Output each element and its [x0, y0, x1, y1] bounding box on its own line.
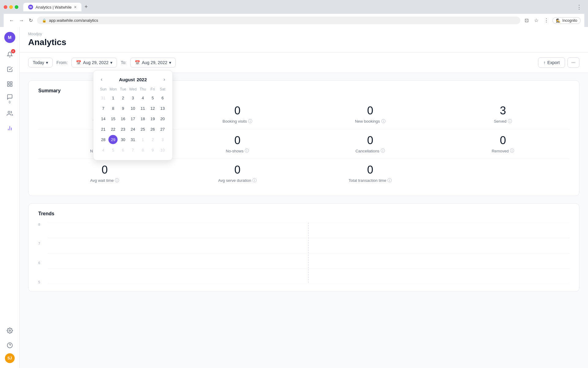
date-preset-label: Today [33, 60, 44, 65]
cal-day-4[interactable]: 4 [138, 93, 147, 102]
cal-day-8-next[interactable]: 8 [138, 145, 147, 155]
svg-rect-1 [10, 82, 12, 84]
sidebar-item-apps[interactable] [3, 77, 17, 91]
cal-day-20[interactable]: 20 [158, 114, 167, 123]
cal-day-29-selected[interactable]: 29 [108, 135, 118, 144]
cal-day-5-next[interactable]: 5 [108, 145, 118, 155]
summary-empty [437, 159, 570, 188]
cal-day-28[interactable]: 28 [99, 135, 108, 144]
cal-day-1[interactable]: 1 [108, 93, 118, 102]
browser-navigation: ← → ↻ [7, 16, 35, 25]
tab-close-button[interactable]: × [74, 5, 77, 10]
sidebar-item-queue[interactable] [3, 63, 17, 76]
svg-rect-2 [10, 85, 12, 86]
bar-chart-icon [7, 125, 13, 131]
more-options-button[interactable]: ··· [567, 57, 579, 68]
cancellations-help[interactable]: ⓘ [381, 148, 385, 154]
user-avatar[interactable]: SJ [5, 353, 15, 363]
browser-chrome: W Analytics | Waitwhile × + ⋮ ← → ↻ 🔒 ap… [0, 0, 588, 27]
org-avatar[interactable]: M [4, 32, 15, 43]
browser-titlebar: W Analytics | Waitwhile × + ⋮ [4, 2, 584, 11]
svg-point-4 [8, 111, 10, 113]
summary-no-shows: 0 No-shows ⓘ [171, 129, 304, 159]
booking-visits-value: 0 [174, 105, 302, 117]
cal-day-24[interactable]: 24 [128, 125, 138, 134]
active-tab[interactable]: W Analytics | Waitwhile × [23, 3, 81, 11]
cal-day-2-next[interactable]: 2 [148, 135, 157, 144]
cal-day-14[interactable]: 14 [99, 114, 108, 123]
sidebar-item-messages[interactable]: 0 [3, 92, 17, 105]
address-bar[interactable]: 🔒 app.waitwhile.com/analytics [37, 17, 520, 24]
avg-serve-duration-help[interactable]: ⓘ [252, 178, 257, 183]
trends-title: Trends [38, 211, 569, 217]
new-bookings-help[interactable]: ⓘ [381, 119, 386, 124]
cal-day-22[interactable]: 22 [108, 125, 118, 134]
extensions-button[interactable]: ⊡ [523, 16, 530, 25]
cal-day-11[interactable]: 11 [138, 104, 147, 113]
message-icon [7, 94, 13, 100]
cal-day-6[interactable]: 6 [158, 93, 167, 102]
cal-day-3-next[interactable]: 3 [158, 135, 167, 144]
cal-day-1-next[interactable]: 1 [138, 135, 147, 144]
refresh-button[interactable]: ↻ [27, 16, 35, 25]
cal-day-2[interactable]: 2 [119, 93, 128, 102]
cal-day-12[interactable]: 12 [148, 104, 157, 113]
sidebar-bottom: SJ [3, 324, 17, 363]
cal-day-23[interactable]: 23 [119, 125, 128, 134]
browser-menu-button[interactable]: ⋮ [576, 4, 582, 10]
sidebar-item-analytics[interactable] [3, 121, 17, 135]
back-button[interactable]: ← [7, 17, 16, 25]
cal-day-17[interactable]: 17 [128, 114, 138, 123]
cal-day-3[interactable]: 3 [128, 93, 138, 102]
cal-day-31-prev[interactable]: 31 [99, 93, 108, 102]
sidebar-item-notifications[interactable]: 4 [3, 48, 17, 61]
cal-day-31[interactable]: 31 [128, 135, 138, 144]
sidebar-item-settings[interactable] [3, 324, 17, 337]
total-transaction-help[interactable]: ⓘ [387, 178, 392, 183]
minimize-window-button[interactable] [9, 5, 13, 9]
avg-wait-time-help[interactable]: ⓘ [115, 178, 119, 183]
cal-day-19[interactable]: 19 [148, 114, 157, 123]
summary-cancellations: 0 Cancellations ⓘ [304, 129, 437, 159]
maximize-window-button[interactable] [15, 5, 18, 9]
calendar-prev-button[interactable]: ‹ [98, 75, 105, 83]
from-date-button[interactable]: 📅 Aug 29, 2022 ▾ [71, 58, 117, 67]
star-button[interactable]: ☆ [532, 16, 540, 25]
booking-visits-help[interactable]: ⓘ [248, 119, 252, 124]
forward-button[interactable]: → [17, 17, 26, 25]
sidebar-item-help[interactable] [3, 339, 17, 352]
cal-day-10-next[interactable]: 10 [158, 145, 167, 155]
cal-day-30[interactable]: 30 [119, 135, 128, 144]
cal-day-4-next[interactable]: 4 [99, 145, 108, 155]
cal-day-7[interactable]: 7 [99, 104, 108, 113]
cal-day-10[interactable]: 10 [128, 104, 138, 113]
cal-day-6-next[interactable]: 6 [119, 145, 128, 155]
cal-day-25[interactable]: 25 [138, 125, 147, 134]
svg-rect-0 [7, 82, 9, 84]
cal-day-9[interactable]: 9 [119, 104, 128, 113]
no-shows-help[interactable]: ⓘ [245, 148, 249, 154]
to-date-button[interactable]: 📅 Aug 29, 2022 ▾ [130, 58, 176, 67]
sidebar-item-customers[interactable] [3, 107, 17, 120]
cal-day-15[interactable]: 15 [108, 114, 118, 123]
new-tab-button[interactable]: + [82, 2, 90, 11]
cal-day-27[interactable]: 27 [158, 125, 167, 134]
calendar-next-button[interactable]: › [161, 75, 168, 83]
summary-new-bookings: 0 New bookings ⓘ [304, 100, 437, 129]
close-window-button[interactable] [4, 5, 7, 9]
cal-day-26[interactable]: 26 [148, 125, 157, 134]
browser-menu-dots[interactable]: ⋮ [542, 16, 551, 25]
cal-day-9-next[interactable]: 9 [148, 145, 157, 155]
cal-day-21[interactable]: 21 [99, 125, 108, 134]
cal-day-16[interactable]: 16 [119, 114, 128, 123]
cal-day-7-next[interactable]: 7 [128, 145, 138, 155]
cal-day-8[interactable]: 8 [108, 104, 118, 113]
calendar-popup: ‹ August 2022 › Sun Mon Tue Wed Thu Fri [93, 70, 173, 160]
date-preset-button[interactable]: Today ▾ [28, 58, 53, 67]
cal-day-13[interactable]: 13 [158, 104, 167, 113]
cal-day-5[interactable]: 5 [148, 93, 157, 102]
export-button[interactable]: ↑ Export [538, 57, 565, 68]
served-help[interactable]: ⓘ [508, 119, 512, 124]
removed-help[interactable]: ⓘ [510, 148, 514, 154]
cal-day-18[interactable]: 18 [138, 114, 147, 123]
